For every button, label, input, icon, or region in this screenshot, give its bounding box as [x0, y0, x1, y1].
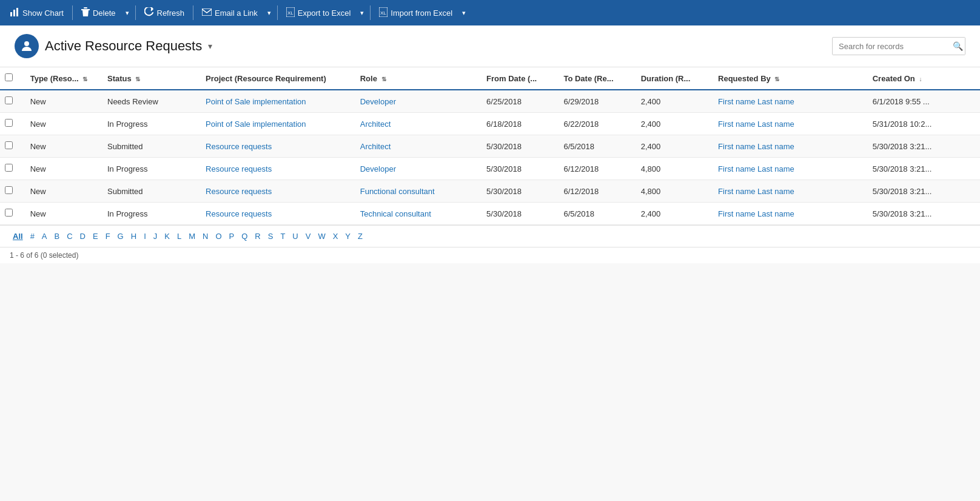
- alpha-link-w[interactable]: W: [315, 230, 328, 242]
- alpha-link-x[interactable]: X: [330, 230, 341, 242]
- delete-dropdown-button[interactable]: ▾: [123, 7, 132, 19]
- export-excel-button[interactable]: XL Export to Excel: [281, 5, 355, 21]
- row-check-5[interactable]: [0, 203, 25, 225]
- alpha-link-m[interactable]: M: [186, 230, 198, 242]
- cell-requested-by-1[interactable]: First name Last name: [713, 113, 868, 135]
- col-header-duration[interactable]: Duration (R...: [636, 67, 713, 90]
- svg-rect-1: [13, 10, 15, 16]
- cell-type-2: New: [25, 135, 102, 158]
- cell-from-5: 5/30/2018: [482, 203, 559, 225]
- cell-role-1[interactable]: Architect: [355, 113, 482, 135]
- cell-role-3[interactable]: Developer: [355, 158, 482, 180]
- separator-4: [277, 5, 278, 20]
- col-header-requested-by[interactable]: Requested By ⇅: [713, 67, 868, 90]
- cell-requested-by-4[interactable]: First name Last name: [713, 180, 868, 203]
- cell-requested-by-0[interactable]: First name Last name: [713, 90, 868, 113]
- alpha-link-a[interactable]: A: [39, 230, 50, 242]
- alpha-link-n[interactable]: N: [200, 230, 211, 242]
- cell-project-5[interactable]: Resource requests: [201, 203, 355, 225]
- svg-text:XL: XL: [287, 10, 294, 16]
- table-row: New In Progress Resource requests Techni…: [0, 203, 980, 225]
- cell-duration-0: 2,400: [636, 90, 713, 113]
- cell-status-0: Needs Review: [102, 90, 201, 113]
- col-header-project[interactable]: Project (Resource Requirement): [201, 67, 355, 90]
- search-button[interactable]: 🔍: [947, 38, 965, 55]
- refresh-button[interactable]: Refresh: [139, 5, 190, 21]
- import-excel-button[interactable]: XL Import from Excel: [374, 5, 457, 21]
- cell-requested-by-5[interactable]: First name Last name: [713, 203, 868, 225]
- cell-type-3: New: [25, 158, 102, 180]
- cell-to-5: 6/5/2018: [559, 203, 636, 225]
- alpha-link-s[interactable]: S: [265, 230, 277, 242]
- cell-project-0[interactable]: Point of Sale implementation: [201, 90, 355, 113]
- alpha-link-b[interactable]: B: [52, 230, 63, 242]
- alpha-link-i[interactable]: I: [141, 230, 149, 242]
- alpha-link-f[interactable]: F: [102, 230, 113, 242]
- cell-from-4: 5/30/2018: [482, 180, 559, 203]
- col-header-created-on[interactable]: Created On ↓: [868, 67, 980, 90]
- show-chart-button[interactable]: Show Chart: [5, 5, 69, 21]
- alpha-link-y[interactable]: Y: [342, 230, 354, 242]
- separator-2: [135, 5, 136, 20]
- cell-role-4[interactable]: Functional consultant: [355, 180, 482, 203]
- row-check-2[interactable]: [0, 135, 25, 158]
- cell-project-3[interactable]: Resource requests: [201, 158, 355, 180]
- alpha-link-h[interactable]: H: [128, 230, 139, 242]
- page-title-chevron-icon[interactable]: ▾: [208, 41, 212, 51]
- alpha-link-v[interactable]: V: [303, 230, 314, 242]
- cell-project-4[interactable]: Resource requests: [201, 180, 355, 203]
- cell-project-2[interactable]: Resource requests: [201, 135, 355, 158]
- cell-to-1: 6/22/2018: [559, 113, 636, 135]
- alpha-link-#[interactable]: #: [27, 230, 38, 242]
- alpha-link-j[interactable]: J: [150, 230, 161, 242]
- cell-requested-by-2[interactable]: First name Last name: [713, 135, 868, 158]
- cell-from-2: 5/30/2018: [482, 135, 559, 158]
- cell-status-3: In Progress: [102, 158, 201, 180]
- alpha-link-p[interactable]: P: [226, 230, 238, 242]
- cell-role-0[interactable]: Developer: [355, 90, 482, 113]
- col-header-role[interactable]: Role ⇅: [355, 67, 482, 90]
- row-check-3[interactable]: [0, 158, 25, 180]
- alpha-link-all[interactable]: All: [10, 230, 26, 242]
- col-header-status[interactable]: Status ⇅: [102, 67, 201, 90]
- email-link-button[interactable]: Email a Link: [197, 6, 263, 20]
- cell-duration-2: 2,400: [636, 135, 713, 158]
- alpha-link-l[interactable]: L: [174, 230, 184, 242]
- alpha-link-z[interactable]: Z: [355, 230, 366, 242]
- email-dropdown-button[interactable]: ▾: [265, 7, 274, 19]
- col-header-type[interactable]: Type (Reso... ⇅: [25, 67, 102, 90]
- row-check-0[interactable]: [0, 90, 25, 113]
- search-input[interactable]: [833, 38, 947, 55]
- svg-point-10: [24, 41, 29, 46]
- cell-role-5[interactable]: Technical consultant: [355, 203, 482, 225]
- alpha-link-r[interactable]: R: [252, 230, 263, 242]
- cell-project-1[interactable]: Point of Sale implementation: [201, 113, 355, 135]
- alpha-link-k[interactable]: K: [161, 230, 173, 242]
- select-all-checkbox[interactable]: [5, 73, 13, 81]
- alpha-link-u[interactable]: U: [289, 230, 301, 242]
- alpha-link-t[interactable]: T: [277, 230, 288, 242]
- alpha-link-e[interactable]: E: [90, 230, 101, 242]
- col-header-from-date[interactable]: From Date (...: [482, 67, 559, 90]
- cell-requested-by-3[interactable]: First name Last name: [713, 158, 868, 180]
- cell-status-1: In Progress: [102, 113, 201, 135]
- col-header-to-date[interactable]: To Date (Re...: [559, 67, 636, 90]
- row-check-1[interactable]: [0, 113, 25, 135]
- row-check-4[interactable]: [0, 180, 25, 203]
- email-icon: [202, 8, 212, 18]
- alpha-link-o[interactable]: O: [212, 230, 224, 242]
- alpha-link-c[interactable]: C: [64, 230, 75, 242]
- cell-to-3: 6/12/2018: [559, 158, 636, 180]
- cell-duration-4: 4,800: [636, 180, 713, 203]
- alpha-link-g[interactable]: G: [115, 230, 127, 242]
- export-dropdown-button[interactable]: ▾: [358, 7, 366, 19]
- refresh-icon: [144, 7, 154, 19]
- import-dropdown-button[interactable]: ▾: [460, 7, 468, 19]
- cell-duration-3: 4,800: [636, 158, 713, 180]
- cell-from-0: 6/25/2018: [482, 90, 559, 113]
- delete-button[interactable]: Delete: [76, 5, 121, 21]
- alpha-link-d[interactable]: D: [77, 230, 89, 242]
- cell-created-on-0: 6/1/2018 9:55 ...: [868, 90, 980, 113]
- alpha-link-q[interactable]: Q: [238, 230, 250, 242]
- cell-role-2[interactable]: Architect: [355, 135, 482, 158]
